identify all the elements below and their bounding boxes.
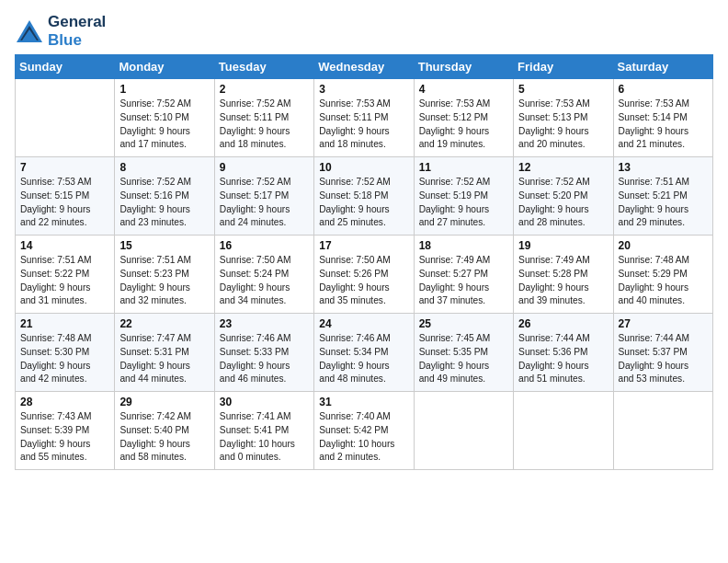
calendar-cell: 26Sunrise: 7:44 AMSunset: 5:36 PMDayligh… (514, 314, 613, 392)
day-number: 28 (20, 396, 109, 408)
calendar-cell: 31Sunrise: 7:40 AMSunset: 5:42 PMDayligh… (314, 392, 414, 470)
day-info: Sunrise: 7:53 AMSunset: 5:13 PMDaylight:… (518, 98, 608, 152)
header: General Blue (15, 9, 713, 49)
day-number: 16 (220, 239, 309, 252)
day-number: 20 (619, 239, 708, 252)
weekday-header-monday: Monday (115, 55, 214, 79)
calendar-cell: 13Sunrise: 7:51 AMSunset: 5:21 PMDayligh… (613, 157, 712, 236)
calendar-cell: 10Sunrise: 7:52 AMSunset: 5:18 PMDayligh… (314, 157, 414, 236)
calendar-cell: 20Sunrise: 7:48 AMSunset: 5:29 PMDayligh… (613, 236, 712, 314)
day-info: Sunrise: 7:52 AMSunset: 5:10 PMDaylight:… (119, 98, 209, 152)
logo-icon (15, 18, 44, 44)
day-info: Sunrise: 7:52 AMSunset: 5:18 PMDaylight:… (319, 176, 408, 230)
day-number: 13 (619, 161, 708, 174)
day-number: 5 (518, 83, 608, 96)
calendar-cell: 4Sunrise: 7:53 AMSunset: 5:12 PMDaylight… (414, 79, 513, 157)
day-number: 26 (518, 317, 608, 330)
day-info: Sunrise: 7:53 AMSunset: 5:12 PMDaylight:… (419, 98, 508, 152)
weekday-header-tuesday: Tuesday (214, 55, 313, 79)
weekday-header-thursday: Thursday (414, 55, 513, 79)
day-number: 7 (20, 161, 109, 174)
day-info: Sunrise: 7:41 AMSunset: 5:41 PMDaylight:… (220, 410, 309, 465)
calendar-cell: 25Sunrise: 7:45 AMSunset: 5:35 PMDayligh… (414, 314, 513, 392)
day-info: Sunrise: 7:48 AMSunset: 5:29 PMDaylight:… (619, 254, 708, 308)
day-number: 9 (220, 161, 309, 174)
day-info: Sunrise: 7:40 AMSunset: 5:42 PMDaylight:… (319, 410, 408, 465)
day-number: 23 (220, 317, 309, 330)
day-info: Sunrise: 7:52 AMSunset: 5:16 PMDaylight:… (119, 176, 209, 230)
day-number: 14 (20, 239, 109, 252)
calendar-cell: 23Sunrise: 7:46 AMSunset: 5:33 PMDayligh… (214, 314, 313, 392)
day-number: 17 (319, 239, 408, 252)
calendar-cell: 2Sunrise: 7:52 AMSunset: 5:11 PMDaylight… (214, 79, 313, 157)
day-info: Sunrise: 7:43 AMSunset: 5:39 PMDaylight:… (20, 410, 109, 465)
day-info: Sunrise: 7:48 AMSunset: 5:30 PMDaylight:… (20, 332, 109, 386)
day-number: 10 (319, 161, 408, 174)
calendar-cell: 5Sunrise: 7:53 AMSunset: 5:13 PMDaylight… (514, 79, 613, 157)
day-info: Sunrise: 7:47 AMSunset: 5:31 PMDaylight:… (119, 332, 209, 386)
day-info: Sunrise: 7:49 AMSunset: 5:28 PMDaylight:… (518, 254, 608, 308)
calendar-cell (414, 392, 513, 470)
day-info: Sunrise: 7:49 AMSunset: 5:27 PMDaylight:… (419, 254, 508, 308)
calendar-cell: 30Sunrise: 7:41 AMSunset: 5:41 PMDayligh… (214, 392, 313, 470)
day-number: 4 (419, 83, 508, 96)
day-info: Sunrise: 7:46 AMSunset: 5:33 PMDaylight:… (220, 332, 309, 386)
day-number: 25 (419, 317, 508, 330)
logo: General Blue (15, 13, 106, 49)
day-info: Sunrise: 7:52 AMSunset: 5:17 PMDaylight:… (220, 176, 309, 230)
calendar-cell: 27Sunrise: 7:44 AMSunset: 5:37 PMDayligh… (613, 314, 712, 392)
calendar-cell: 9Sunrise: 7:52 AMSunset: 5:17 PMDaylight… (214, 157, 313, 236)
day-number: 19 (518, 239, 608, 252)
calendar-cell: 28Sunrise: 7:43 AMSunset: 5:39 PMDayligh… (16, 392, 115, 470)
day-info: Sunrise: 7:46 AMSunset: 5:34 PMDaylight:… (319, 332, 408, 386)
calendar-cell: 8Sunrise: 7:52 AMSunset: 5:16 PMDaylight… (115, 157, 214, 236)
day-number: 2 (220, 83, 309, 96)
day-info: Sunrise: 7:53 AMSunset: 5:15 PMDaylight:… (20, 176, 109, 230)
logo-text: General Blue (48, 13, 106, 49)
calendar-cell (613, 392, 712, 470)
calendar-cell: 16Sunrise: 7:50 AMSunset: 5:24 PMDayligh… (214, 236, 313, 314)
day-info: Sunrise: 7:50 AMSunset: 5:26 PMDaylight:… (319, 254, 408, 308)
calendar-cell: 7Sunrise: 7:53 AMSunset: 5:15 PMDaylight… (16, 157, 115, 236)
day-info: Sunrise: 7:52 AMSunset: 5:11 PMDaylight:… (220, 98, 309, 152)
calendar-cell: 3Sunrise: 7:53 AMSunset: 5:11 PMDaylight… (314, 79, 414, 157)
calendar-cell: 14Sunrise: 7:51 AMSunset: 5:22 PMDayligh… (16, 236, 115, 314)
calendar-cell: 19Sunrise: 7:49 AMSunset: 5:28 PMDayligh… (514, 236, 613, 314)
weekday-header-friday: Friday (514, 55, 613, 79)
calendar-cell: 12Sunrise: 7:52 AMSunset: 5:20 PMDayligh… (514, 157, 613, 236)
calendar-cell (514, 392, 613, 470)
day-number: 30 (220, 396, 309, 408)
day-number: 8 (119, 161, 209, 174)
page: General Blue SundayMondayTuesdayWednesda… (0, 0, 728, 563)
day-number: 31 (319, 396, 408, 408)
day-number: 24 (319, 317, 408, 330)
day-info: Sunrise: 7:52 AMSunset: 5:19 PMDaylight:… (419, 176, 508, 230)
weekday-header-wednesday: Wednesday (314, 55, 414, 79)
calendar-cell: 1Sunrise: 7:52 AMSunset: 5:10 PMDaylight… (115, 79, 214, 157)
day-number: 27 (619, 317, 708, 330)
day-info: Sunrise: 7:51 AMSunset: 5:22 PMDaylight:… (20, 254, 109, 308)
calendar-cell: 17Sunrise: 7:50 AMSunset: 5:26 PMDayligh… (314, 236, 414, 314)
day-info: Sunrise: 7:52 AMSunset: 5:20 PMDaylight:… (518, 176, 608, 230)
day-info: Sunrise: 7:53 AMSunset: 5:11 PMDaylight:… (319, 98, 408, 152)
day-info: Sunrise: 7:53 AMSunset: 5:14 PMDaylight:… (619, 98, 708, 152)
day-info: Sunrise: 7:44 AMSunset: 5:36 PMDaylight:… (518, 332, 608, 386)
day-info: Sunrise: 7:44 AMSunset: 5:37 PMDaylight:… (619, 332, 708, 386)
day-info: Sunrise: 7:42 AMSunset: 5:40 PMDaylight:… (119, 410, 209, 465)
day-info: Sunrise: 7:50 AMSunset: 5:24 PMDaylight:… (220, 254, 309, 308)
calendar-cell: 21Sunrise: 7:48 AMSunset: 5:30 PMDayligh… (16, 314, 115, 392)
day-info: Sunrise: 7:45 AMSunset: 5:35 PMDaylight:… (419, 332, 508, 386)
day-info: Sunrise: 7:51 AMSunset: 5:21 PMDaylight:… (619, 176, 708, 230)
calendar-cell: 24Sunrise: 7:46 AMSunset: 5:34 PMDayligh… (314, 314, 414, 392)
day-number: 11 (419, 161, 508, 174)
day-number: 12 (518, 161, 608, 174)
calendar-cell: 18Sunrise: 7:49 AMSunset: 5:27 PMDayligh… (414, 236, 513, 314)
calendar-cell: 29Sunrise: 7:42 AMSunset: 5:40 PMDayligh… (115, 392, 214, 470)
calendar-cell: 15Sunrise: 7:51 AMSunset: 5:23 PMDayligh… (115, 236, 214, 314)
weekday-header-saturday: Saturday (613, 55, 712, 79)
calendar-table: SundayMondayTuesdayWednesdayThursdayFrid… (15, 54, 713, 470)
day-number: 18 (419, 239, 508, 252)
day-info: Sunrise: 7:51 AMSunset: 5:23 PMDaylight:… (119, 254, 209, 308)
calendar-cell: 6Sunrise: 7:53 AMSunset: 5:14 PMDaylight… (613, 79, 712, 157)
day-number: 15 (119, 239, 209, 252)
